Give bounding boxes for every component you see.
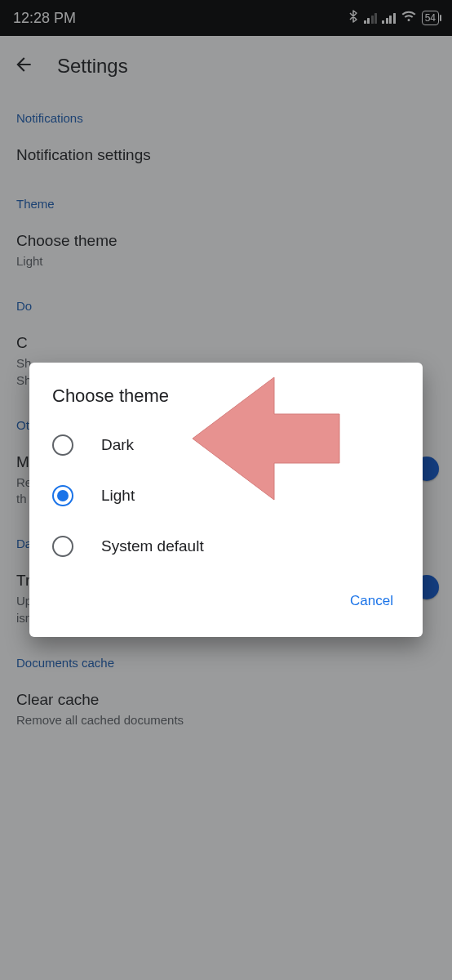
cancel-button[interactable]: Cancel — [340, 585, 403, 617]
option-system-default[interactable]: System default — [29, 521, 423, 572]
option-dark[interactable]: Dark — [29, 420, 423, 470]
option-system-label: System default — [101, 537, 204, 555]
radio-dark-icon — [52, 434, 73, 456]
radio-light-icon — [52, 485, 73, 506]
option-dark-label: Dark — [101, 436, 134, 454]
theme-dialog: Choose theme Dark Light System default C… — [29, 363, 423, 637]
dialog-title: Choose theme — [29, 385, 423, 420]
option-light[interactable]: Light — [29, 470, 423, 521]
radio-system-icon — [52, 536, 73, 557]
option-light-label: Light — [101, 487, 135, 505]
